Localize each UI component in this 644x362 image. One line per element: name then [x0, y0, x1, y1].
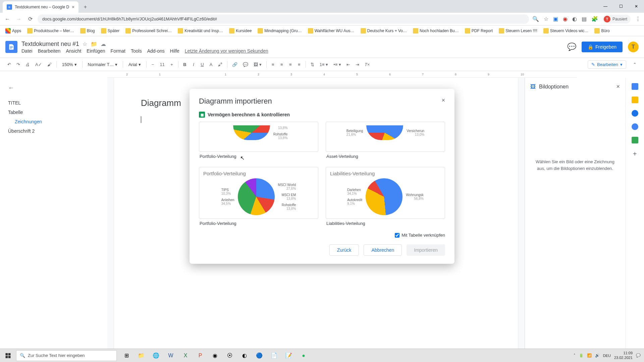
close-dialog-icon[interactable]: × [441, 97, 445, 104]
link-spreadsheet-checkbox[interactable] [395, 233, 399, 238]
pie-chart-icon [238, 178, 275, 215]
link-spreadsheet-label: Mit Tabelle verknüpfen [401, 233, 445, 238]
pie-chart-icon [366, 178, 402, 215]
cancel-button[interactable]: Abbrechen [364, 244, 402, 256]
chart-caption: Liabilities-Verteilung [326, 219, 445, 228]
chart-option[interactable]: Portfolio-Verteilung TIPS10,3% Anleihen3… [199, 167, 318, 228]
chart-caption: Portfolio-Verteilung [199, 152, 318, 161]
import-button: Importieren [407, 244, 445, 256]
chart-option[interactable]: 13,8% Rohstoffe13,8% Portfolio-Verteilun… [199, 122, 318, 161]
chart-grid: 13,8% Rohstoffe13,8% Portfolio-Verteilun… [199, 122, 445, 228]
import-chart-dialog: Diagramm importieren × ▦ Vermögen berech… [190, 89, 454, 264]
back-button[interactable]: Zurück [329, 244, 359, 256]
chart-option[interactable]: Beteiligung21,6% Versicherun13,0% Asset-… [326, 122, 445, 161]
modal-backdrop: Diagramm importieren × ▦ Vermögen berech… [0, 0, 644, 362]
spreadsheet-source[interactable]: ▦ Vermögen berechnen & kontrollieren [199, 112, 445, 118]
chart-caption: Asset-Verteilung [326, 152, 445, 161]
chart-caption: Portfolio-Verteilung [199, 219, 318, 228]
chart-option[interactable]: Liabilities-Verteilung Darlehen34,1% Aut… [326, 167, 445, 228]
dialog-title: Diagramm importieren [199, 97, 445, 106]
sheets-icon: ▦ [199, 112, 205, 118]
